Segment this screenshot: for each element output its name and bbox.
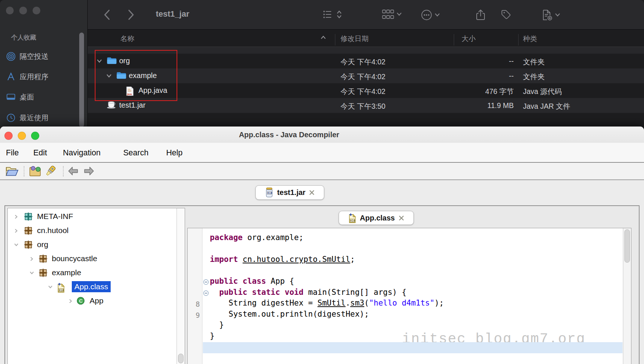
tree-item-bouncycastle[interactable]: bouncycastle [8, 252, 176, 266]
chevron-right-icon[interactable] [68, 299, 73, 304]
chevron-right-icon[interactable] [14, 228, 19, 233]
navigate-forward-button[interactable] [84, 166, 94, 176]
tab-label: App.class [360, 214, 395, 222]
file-row-App.java[interactable]: javaApp.java今天 下午4:02476 字节Java 源代码 [88, 83, 644, 98]
file-size: 11.9 MB [458, 101, 514, 110]
code-line[interactable]: package org.example; [210, 233, 621, 244]
tree-scrollbar-thumb[interactable] [178, 354, 184, 363]
code-line[interactable]: public class App { [210, 277, 621, 288]
code-token: package [210, 233, 243, 242]
menu-help[interactable]: Help [166, 148, 182, 158]
disclosure-triangle-icon[interactable] [106, 74, 112, 78]
code-line[interactable] [210, 342, 621, 353]
sidebar-item-airdrop[interactable]: 隔空投送 [0, 50, 87, 63]
share-button[interactable] [476, 9, 486, 21]
tags-button[interactable] [501, 9, 511, 20]
code-line[interactable] [210, 244, 621, 255]
tree-item-meta-inf[interactable]: META-INF [8, 210, 176, 224]
open-type-button[interactable] [28, 165, 42, 177]
zoom-button[interactable] [31, 132, 39, 140]
navigate-back-button[interactable] [68, 166, 78, 176]
close-icon[interactable] [309, 189, 315, 196]
chevron-down-icon[interactable] [14, 242, 19, 247]
menu-file[interactable]: File [6, 148, 19, 158]
close-button[interactable] [4, 132, 13, 140]
code-line[interactable]: } [210, 331, 621, 343]
code-line[interactable] [210, 266, 621, 277]
column-header-name[interactable]: 名称 [120, 34, 134, 44]
sidebar-item-label: 桌面 [20, 92, 34, 102]
disclosure-triangle-icon[interactable] [97, 59, 102, 63]
back-chevron-icon[interactable] [104, 9, 110, 20]
tree-item-org[interactable]: org [8, 238, 176, 252]
file-kind: 文件夹 [523, 57, 545, 67]
code-token: App { [266, 277, 294, 286]
tree-item-app-class[interactable]: 010App.class [8, 280, 176, 294]
file-row-test1.jar[interactable]: test1.jar今天 下午3:5011.9 MBJava JAR 文件 [88, 98, 644, 113]
code-line[interactable]: } [210, 320, 621, 331]
sidebar-item-applications[interactable]: 应用程序 [0, 70, 87, 83]
jar-file-icon: 010 [265, 188, 274, 198]
file-row-org[interactable]: org今天 下午4:02--文件夹 [88, 54, 644, 68]
minimize-button[interactable] [18, 132, 26, 140]
close-button[interactable] [6, 7, 14, 14]
clock-icon [6, 113, 16, 122]
column-header-size[interactable]: 大小 [462, 34, 476, 44]
file-size: -- [458, 57, 514, 65]
column-header-date[interactable]: 修改日期 [341, 34, 369, 44]
line-number: 8 [188, 300, 200, 308]
chevron-down-icon[interactable] [48, 284, 53, 289]
svg-text:010: 010 [350, 219, 355, 222]
minimize-button[interactable] [19, 7, 27, 14]
tree-item-example[interactable]: example [8, 266, 176, 280]
tab-test1-jar[interactable]: 010 test1.jar [255, 185, 324, 200]
forward-chevron-icon[interactable] [128, 9, 134, 20]
new-document-icon [542, 9, 553, 21]
code-line[interactable]: public static void main(String[] args) { [210, 288, 621, 299]
chevron-right-icon[interactable] [14, 214, 19, 219]
code-token: ); [435, 299, 444, 307]
file-kind: Java JAR 文件 [523, 101, 570, 111]
tree-scrollbar[interactable] [177, 208, 185, 364]
fold-collapse-icon[interactable] [203, 290, 209, 296]
code-token [238, 255, 243, 264]
sidebar-item-recents[interactable]: 最近使用 [0, 111, 87, 124]
close-icon[interactable] [398, 215, 405, 221]
menu-edit[interactable]: Edit [33, 148, 47, 158]
column-header-kind[interactable]: 种类 [523, 34, 537, 44]
tree-item-cn-hutool[interactable]: cn.hutool [8, 224, 176, 238]
tree-item-label: App.class [72, 281, 111, 292]
share-icon [476, 9, 486, 21]
finder-window-title: test1_jar [156, 9, 189, 19]
code-line[interactable]: import cn.hutool.crypto.SmUtil; [210, 255, 621, 266]
tree-item-app[interactable]: CApp [8, 294, 176, 308]
zoom-button[interactable] [33, 7, 40, 14]
tab-app-class[interactable]: 010 App.class [339, 211, 414, 225]
sidebar-scrollbar[interactable] [79, 33, 84, 127]
code-line[interactable]: System.out.println(digestHex); [210, 310, 621, 321]
new-folder-button[interactable] [542, 9, 560, 21]
code-line[interactable]: String digestHex = SmUtil.sm3("hello d4m… [210, 299, 621, 310]
search-button[interactable] [44, 165, 58, 178]
menu-search[interactable]: Search [123, 148, 148, 158]
chevron-right-icon[interactable] [29, 256, 34, 262]
file-row-example[interactable]: example今天 下午4:02--文件夹 [88, 68, 644, 83]
code-token: public static void [219, 288, 303, 297]
code-scrollbar-thumb[interactable] [624, 229, 630, 263]
code-token: public class [210, 277, 266, 286]
list-view-button[interactable] [323, 9, 342, 20]
sidebar-item-desktop[interactable]: 桌面 [0, 91, 87, 103]
code-scrollbar[interactable] [623, 228, 631, 364]
file-kind: Java 源代码 [523, 87, 562, 97]
open-file-button[interactable] [5, 165, 19, 177]
fold-collapse-icon[interactable] [203, 279, 209, 285]
group-view-button[interactable] [382, 9, 402, 19]
more-options-button[interactable] [421, 9, 440, 21]
tree-item-label: example [52, 268, 81, 277]
file-date: 今天 下午4:02 [341, 57, 385, 67]
sidebar-item-label: 最近使用 [20, 113, 48, 123]
class-file-icon: 010 [348, 213, 356, 223]
menu-navigation[interactable]: Navigation [63, 148, 101, 158]
file-name: example [129, 71, 157, 80]
chevron-down-icon[interactable] [29, 270, 34, 275]
